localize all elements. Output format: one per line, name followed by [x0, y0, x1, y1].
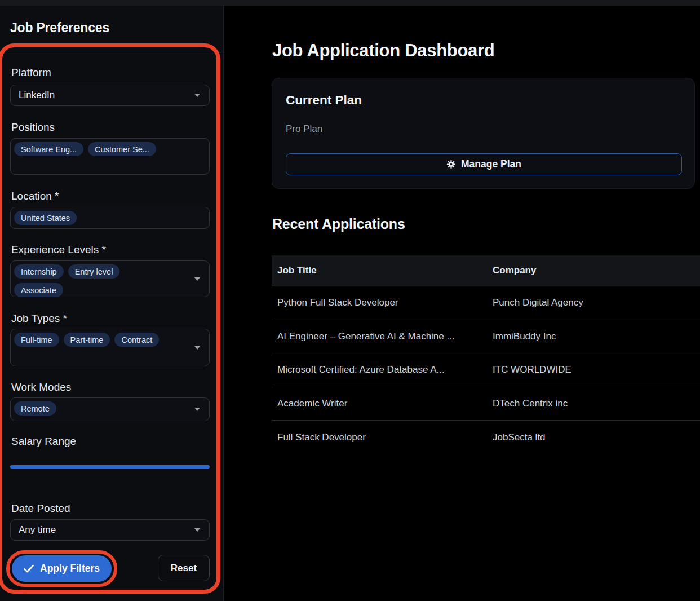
location-input[interactable]: United States — [10, 207, 210, 229]
recent-applications-table: Job Title Company Python Full Stack Deve… — [272, 255, 700, 454]
experience-chip[interactable]: Entry level — [68, 264, 120, 279]
work-mode-chip[interactable]: Remote — [14, 401, 56, 416]
platform-value: LinkedIn — [19, 90, 55, 101]
positions-input[interactable]: Software Eng... Customer Se... — [10, 138, 210, 175]
company-cell: ITC WORLDWIDE — [493, 364, 700, 375]
chevron-down-icon — [194, 277, 200, 281]
job-types-label: Job Types * — [11, 312, 67, 325]
recent-applications-title: Recent Applications — [272, 216, 405, 232]
table-row: Microsoft Certified: Azure Database A...… — [272, 353, 700, 387]
sidebar-title: Job Preferences — [10, 20, 109, 36]
table-row: Python Full Stack Developer Punch Digita… — [272, 286, 700, 320]
experience-chip[interactable]: Associate — [14, 283, 63, 297]
work-modes-label: Work Modes — [11, 381, 71, 394]
company-cell: ImmiBuddy Inc — [493, 331, 700, 342]
chevron-down-icon — [194, 346, 200, 350]
app-window: Job Preferences Platform LinkedIn Positi… — [0, 0, 700, 601]
job-title-cell: Full Stack Developer — [277, 432, 493, 443]
chevron-down-icon — [194, 528, 200, 532]
divider — [0, 590, 223, 590]
table-row: Academic Writer DTech Centrix inc — [272, 387, 700, 421]
date-posted-value: Any time — [19, 524, 56, 536]
current-plan-title: Current Plan — [286, 93, 362, 108]
main-content: Job Application Dashboard Current Plan P… — [224, 6, 700, 601]
position-chip[interactable]: Software Eng... — [14, 142, 83, 156]
job-types-select[interactable]: Full-time Part-time Contract — [10, 329, 210, 366]
job-preferences-sidebar: Job Preferences Platform LinkedIn Positi… — [0, 6, 224, 601]
current-plan-card: Current Plan Pro Plan — [272, 78, 695, 189]
column-header-job-title: Job Title — [277, 265, 493, 276]
divider — [0, 51, 223, 51]
apply-filters-button[interactable]: Apply Filters — [12, 555, 112, 582]
salary-range-slider[interactable] — [10, 465, 210, 469]
job-type-chip[interactable]: Part-time — [64, 333, 110, 347]
experience-levels-select[interactable]: Internship Entry level Associate — [10, 260, 210, 297]
experience-chip[interactable]: Internship — [14, 264, 64, 279]
job-type-chip[interactable]: Contract — [114, 333, 159, 347]
salary-range-label: Salary Range — [11, 435, 76, 448]
location-label: Location * — [11, 190, 59, 202]
apply-filters-label: Apply Filters — [40, 563, 100, 575]
manage-plan-label: Manage Plan — [461, 158, 521, 170]
job-type-chip[interactable]: Full-time — [14, 333, 59, 347]
check-icon — [24, 565, 34, 573]
date-posted-select[interactable]: Any time — [10, 519, 210, 541]
company-cell: Punch Digital Agency — [493, 297, 700, 308]
annotation-highlight: Apply Filters — [6, 550, 117, 587]
job-title-cell: AI Engineer – Generative AI & Machine ..… — [277, 331, 493, 342]
manage-plan-button[interactable]: Manage Plan — [286, 153, 682, 175]
column-header-company: Company — [493, 265, 700, 276]
company-cell: JobSecta ltd — [493, 432, 700, 443]
top-bar — [0, 0, 700, 6]
experience-levels-label: Experience Levels * — [11, 244, 106, 256]
location-chip[interactable]: United States — [14, 211, 77, 225]
position-chip[interactable]: Customer Se... — [88, 142, 156, 156]
platform-label: Platform — [11, 67, 51, 79]
positions-label: Positions — [11, 121, 55, 134]
company-cell: DTech Centrix inc — [493, 398, 700, 409]
gear-icon — [446, 160, 456, 169]
table-row: AI Engineer – Generative AI & Machine ..… — [272, 320, 700, 354]
chevron-down-icon — [194, 94, 200, 97]
reset-button[interactable]: Reset — [158, 555, 210, 581]
plan-name: Pro Plan — [286, 123, 322, 135]
table-row: Full Stack Developer JobSecta ltd — [272, 421, 700, 454]
job-title-cell: Microsoft Certified: Azure Database A... — [277, 364, 493, 375]
date-posted-label: Date Posted — [11, 502, 70, 515]
table-header-row: Job Title Company — [272, 255, 700, 286]
page-title: Job Application Dashboard — [272, 41, 494, 61]
chevron-down-icon — [194, 408, 200, 411]
platform-select[interactable]: LinkedIn — [10, 85, 210, 106]
work-modes-select[interactable]: Remote — [10, 397, 210, 421]
job-title-cell: Academic Writer — [277, 398, 493, 409]
job-title-cell: Python Full Stack Developer — [277, 297, 493, 308]
